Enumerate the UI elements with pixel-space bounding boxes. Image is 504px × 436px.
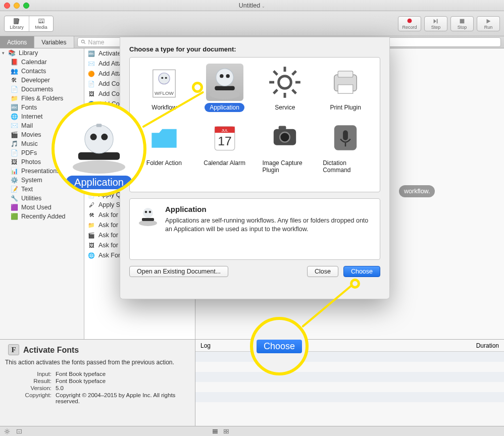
- log-row: [195, 392, 504, 402]
- list-view-icon[interactable]: [212, 428, 218, 434]
- log-column-log[interactable]: Log: [195, 342, 471, 349]
- play-icon: [485, 18, 492, 25]
- document-type-calendar-alarm[interactable]: JUL17Calendar Alarm: [197, 119, 253, 175]
- svg-line-21: [9, 429, 9, 430]
- close-button[interactable]: Close: [307, 266, 338, 277]
- chevron-down-icon[interactable]: ⌄: [262, 4, 265, 9]
- document-type-label: Dictation Command: [318, 158, 373, 175]
- sidebar-item-files-folders[interactable]: 📁Files & Folders: [0, 94, 84, 103]
- info-value: Copyright © 2004–2015 by Apple Inc. All …: [56, 392, 190, 404]
- svg-line-46: [292, 90, 296, 93]
- svg-text:WFLOW: WFLOW: [155, 90, 174, 96]
- document-type-icon: [327, 119, 364, 156]
- document-type-icon: [145, 119, 183, 156]
- library-button[interactable]: Library: [5, 16, 29, 31]
- step-button[interactable]: Step: [424, 16, 447, 31]
- svg-rect-9: [460, 19, 465, 23]
- action-info-panel: F Activate Fonts This action activates t…: [0, 339, 195, 426]
- action-icon: 🔤: [87, 49, 95, 58]
- document-type-dictation-command[interactable]: Dictation Command: [318, 119, 373, 175]
- document-type-icon: [266, 119, 304, 156]
- media-button[interactable]: Media: [29, 16, 53, 31]
- workflow-hint-bubble: workflow.: [399, 185, 435, 197]
- sidebar-item-recently-added[interactable]: 🟩Recently Added: [0, 212, 84, 221]
- svg-point-32: [159, 73, 170, 84]
- sheet-heading: Choose a type for your document:: [129, 45, 380, 53]
- step-button-label: Step: [431, 25, 441, 30]
- category-icon: 🎵: [10, 140, 18, 148]
- svg-rect-29: [227, 431, 229, 433]
- sidebar-item-label: Library: [19, 49, 38, 57]
- category-icon: 🖼: [10, 158, 18, 166]
- category-icon: 📕: [10, 58, 18, 66]
- svg-rect-8: [437, 19, 438, 23]
- flow-view-icon[interactable]: [223, 428, 229, 434]
- svg-rect-28: [224, 431, 226, 433]
- document-type-label: Workflow: [146, 103, 181, 112]
- document-type-label: Application: [205, 103, 244, 112]
- document-type-application[interactable]: Application: [197, 64, 253, 112]
- sidebar-item-label: Music: [21, 140, 38, 147]
- svg-rect-60: [343, 130, 348, 140]
- svg-line-18: [5, 429, 6, 430]
- open-existing-button[interactable]: Open an Existing Document...: [129, 266, 228, 277]
- svg-rect-72: [96, 124, 102, 127]
- svg-rect-51: [338, 85, 353, 93]
- sidebar-item-label: Recently Added: [21, 213, 66, 220]
- info-title: F Activate Fonts: [23, 346, 190, 355]
- book-icon: [13, 18, 20, 25]
- sidebar-item-developer[interactable]: 🛠Developer: [0, 76, 84, 85]
- titlebar: Untitled⌄: [0, 0, 504, 11]
- info-kv-row: Version:5.0: [5, 385, 190, 391]
- record-button[interactable]: Record: [398, 16, 421, 31]
- sidebar-item-label: PDFs: [21, 149, 37, 156]
- sidebar-item-label: Files & Folders: [21, 95, 63, 102]
- svg-point-34: [165, 77, 167, 79]
- svg-point-6: [408, 18, 412, 23]
- type-desc-title: Application: [165, 205, 373, 213]
- info-key: Result:: [5, 378, 56, 384]
- svg-point-35: [210, 90, 239, 99]
- sidebar-item-documents[interactable]: 📄Documents: [0, 85, 84, 94]
- sidebar-item-utilities[interactable]: 🔧Utilities: [0, 194, 84, 203]
- document-type-icon: JUL17: [206, 119, 243, 156]
- document-type-workflow[interactable]: WFLOWWorkflow: [136, 64, 192, 112]
- collapse-icon[interactable]: [16, 428, 22, 434]
- svg-point-66: [149, 211, 152, 213]
- log-header: Log Duration: [195, 340, 504, 352]
- log-column-duration[interactable]: Duration: [471, 342, 504, 349]
- tab-actions[interactable]: Actions: [0, 36, 34, 48]
- toolbar-left-segment: Library Media: [4, 16, 54, 32]
- sidebar-item-contacts[interactable]: 👥Contacts: [0, 67, 84, 76]
- sidebar-item-calendar[interactable]: 📕Calendar: [0, 58, 84, 67]
- document-type-print-plugin[interactable]: Print Plugin: [318, 64, 373, 112]
- run-button[interactable]: Run: [477, 16, 500, 31]
- svg-line-19: [9, 432, 9, 433]
- tab-variables[interactable]: Variables: [34, 36, 74, 48]
- svg-point-65: [145, 211, 147, 213]
- choose-button[interactable]: Choose: [343, 266, 380, 277]
- info-kv-row: Copyright:Copyright © 2004–2015 by Apple…: [5, 392, 190, 404]
- media-button-label: Media: [35, 25, 47, 30]
- svg-point-69: [85, 125, 113, 153]
- stop-button[interactable]: Stop: [450, 16, 474, 31]
- category-icon: 📊: [10, 167, 18, 175]
- sidebar-item-label: Contacts: [21, 68, 46, 75]
- sidebar-item-library[interactable]: 📚Library: [0, 48, 84, 58]
- svg-line-48: [292, 71, 296, 75]
- document-type-icon: [266, 64, 304, 101]
- step-icon: [432, 18, 439, 25]
- svg-marker-7: [434, 19, 436, 23]
- document-type-service[interactable]: Service: [257, 64, 313, 112]
- svg-line-47: [274, 90, 277, 93]
- gear-icon[interactable]: [4, 428, 10, 434]
- callout-application-zoom: Application: [52, 101, 146, 196]
- action-icon: 🖋: [87, 201, 95, 209]
- document-type-icon: [206, 64, 243, 101]
- category-icon: 👥: [10, 67, 18, 75]
- category-icon: 🛠: [10, 76, 18, 84]
- sidebar-item-most-used[interactable]: 🟪Most Used: [0, 203, 84, 212]
- category-icon: 🟪: [10, 203, 18, 211]
- sidebar-item-label: System: [21, 177, 42, 184]
- document-type-image-capture-plugin[interactable]: Image Capture Plugin: [257, 119, 313, 175]
